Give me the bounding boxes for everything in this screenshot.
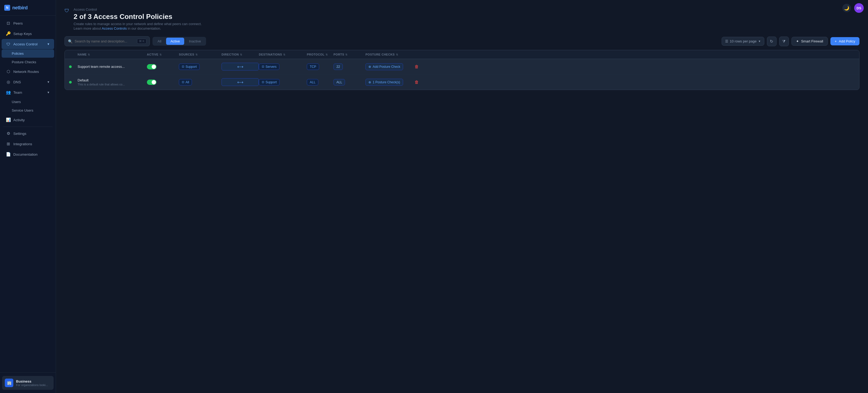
row2-sources-icon: ⊡ <box>182 80 184 84</box>
filter-tab-all[interactable]: All <box>153 38 165 45</box>
row2-active-cell <box>147 80 179 85</box>
th-sources: SOURCES ⇅ <box>179 53 221 56</box>
add-policy-icon: + <box>835 39 837 43</box>
smart-firewall-icon: ✦ <box>796 39 799 43</box>
row2-protocol-tag: ALL <box>307 79 318 85</box>
access-control-page-icon: 🛡 <box>64 8 70 14</box>
row1-status <box>69 65 78 68</box>
row2-sources-label: All <box>186 80 189 84</box>
row2-active-toggle[interactable] <box>147 80 156 85</box>
row2-destinations-icon: ⊡ <box>262 80 264 84</box>
sidebar-item-setup-keys[interactable]: 🔑 Setup Keys <box>2 29 54 39</box>
row1-delete-button[interactable]: 🗑 <box>413 63 420 70</box>
business-name: Business <box>16 380 51 384</box>
logo-text: netbird <box>12 5 28 11</box>
row1-ports-badge: 22 <box>334 63 343 70</box>
main-content: 🛡 Access Control 2 of 3 Access Control P… <box>56 0 868 393</box>
row1-actions-cell: 🗑 <box>413 63 440 70</box>
theme-toggle-button[interactable]: 🌙 <box>842 4 851 12</box>
sidebar-item-network-routes[interactable]: ⬡ Network Routes <box>2 66 54 77</box>
rows-per-page-selector[interactable]: ☰ 10 rows per page ▼ <box>722 37 764 46</box>
filter-button[interactable]: ⧩ <box>779 36 789 46</box>
th-name-sort: ⇅ <box>88 53 90 56</box>
sidebar-item-users[interactable]: Users <box>2 98 54 106</box>
sidebar-item-documentation[interactable]: 📄 Documentation <box>2 149 54 159</box>
nav-divider <box>3 127 53 127</box>
th-destinations: DESTINATIONS ⇅ <box>259 53 307 56</box>
settings-icon: ⚙ <box>6 131 11 136</box>
row1-direction-arrow: ⟷ <box>221 63 259 71</box>
avatar[interactable]: DS <box>854 3 864 13</box>
sidebar-item-setup-keys-label: Setup Keys <box>13 32 32 36</box>
add-policy-label: Add Policy <box>839 39 855 43</box>
row1-active-toggle[interactable] <box>147 64 156 69</box>
sidebar-item-peers-label: Peers <box>13 21 23 25</box>
page-subtitle: Create rules to manage access in your ne… <box>73 22 860 26</box>
row2-posture-label: 1 Posture Check(s) <box>373 80 400 84</box>
table-row: Default This is a default rule that allo… <box>65 75 859 90</box>
nav-section: ⊡ Peers 🔑 Setup Keys 🛡 Access Control ▼ … <box>0 16 56 372</box>
row2-destinations-cell: ⊡ Support <box>259 79 307 85</box>
refresh-button[interactable]: ↻ <box>767 36 777 46</box>
business-card[interactable]: 🏢 Business For organizations looki... <box>2 376 54 390</box>
sidebar-item-network-routes-label: Network Routes <box>13 70 39 74</box>
sidebar-item-team[interactable]: 👥 Team ▼ <box>2 87 54 97</box>
row2-delete-icon: 🗑 <box>414 80 419 85</box>
th-ports: PORTS ⇅ <box>334 53 366 56</box>
dns-icon: ◎ <box>6 80 11 84</box>
subtitle-text-1: Create rules to manage access in your ne… <box>73 22 202 26</box>
sidebar-item-policies[interactable]: Policies <box>2 49 54 58</box>
sidebar-item-peers[interactable]: ⊡ Peers <box>2 18 54 28</box>
documentation-icon: 📄 <box>6 152 11 157</box>
row1-name-cell: Support team remote access... <box>78 65 147 68</box>
filter-tabs: All Active Inactive <box>153 37 206 46</box>
sidebar-item-documentation-label: Documentation <box>13 152 38 157</box>
sidebar-item-settings[interactable]: ⚙ Settings <box>2 129 54 139</box>
content-area: 🛡 Access Control 2 of 3 Access Control P… <box>56 0 868 393</box>
page-title-section: Access Control 2 of 3 Access Control Pol… <box>73 7 860 31</box>
filter-tab-inactive[interactable]: Inactive <box>185 38 205 45</box>
breadcrumb: Access Control <box>73 7 860 11</box>
rows-chevron-icon: ▼ <box>758 40 761 43</box>
sidebar-bottom: 🏢 Business For organizations looki... <box>0 372 56 393</box>
row1-posture-cell: ⊕ Add Posture Check <box>366 63 413 70</box>
row1-add-posture-button[interactable]: ⊕ Add Posture Check <box>366 63 403 70</box>
sidebar-item-dns[interactable]: ◎ DNS ▼ <box>2 77 54 87</box>
filter-tab-active[interactable]: Active <box>166 38 184 45</box>
filter-icon: ⧩ <box>782 39 786 44</box>
row2-posture-badge: ⊕ 1 Posture Check(s) <box>366 79 403 86</box>
search-icon: 🔍 <box>68 39 72 44</box>
network-routes-icon: ⬡ <box>6 69 11 74</box>
row2-posture-cell: ⊕ 1 Posture Check(s) <box>366 79 413 86</box>
row2-status-dot <box>69 81 72 84</box>
row1-ports-cell: 22 <box>334 63 366 70</box>
page-title: 2 of 3 Access Control Policies <box>73 12 860 21</box>
access-controls-link[interactable]: Access Controls <box>102 26 127 30</box>
add-policy-button[interactable]: + Add Policy <box>830 37 860 46</box>
th-protocol-sort: ⇅ <box>326 53 328 56</box>
peers-icon: ⊡ <box>6 21 11 26</box>
row1-sources-cell: ⊡ Support <box>179 63 221 70</box>
smart-firewall-button[interactable]: ✦ Smart Firewall <box>792 37 828 46</box>
row2-delete-button[interactable]: 🗑 <box>413 79 420 86</box>
sidebar-item-service-users[interactable]: Service Users <box>2 106 54 115</box>
sidebar-item-access-control[interactable]: 🛡 Access Control ▼ <box>2 39 54 49</box>
sidebar-item-posture-checks[interactable]: Posture Checks <box>2 58 54 66</box>
row1-direction-icon: ⟷ <box>237 64 243 69</box>
dns-chevron: ▼ <box>47 80 50 84</box>
sidebar-item-activity[interactable]: 📊 Activity <box>2 115 54 125</box>
th-sources-sort: ⇅ <box>195 53 198 56</box>
row2-direction-arrow: ⟷ <box>221 78 259 86</box>
search-shortcut: ⌘ K <box>137 39 146 44</box>
sidebar-item-access-control-label: Access Control <box>13 42 38 46</box>
subtitle-text-3: in our documentation. <box>128 26 161 30</box>
search-input[interactable] <box>75 39 135 43</box>
sidebar-item-integrations[interactable]: ⊞ Integrations <box>2 139 54 149</box>
sidebar-item-posture-checks-label: Posture Checks <box>12 60 36 64</box>
th-posture-checks: POSTURE CHECKS ⇅ <box>366 53 413 56</box>
row2-name-cell: Default This is a default rule that allo… <box>78 78 147 86</box>
access-control-chevron: ▼ <box>47 43 50 46</box>
row1-protocol-tag: TCP <box>307 63 319 70</box>
row1-name: Support team remote access... <box>78 65 147 68</box>
sidebar-item-users-label: Users <box>12 100 21 104</box>
